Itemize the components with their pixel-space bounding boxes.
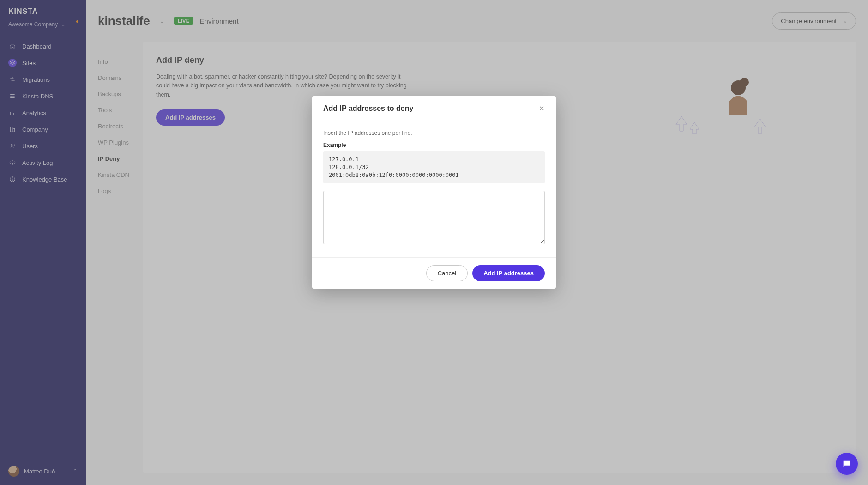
chat-icon	[842, 459, 852, 469]
modal-title: Add IP addresses to deny	[323, 104, 413, 113]
close-icon[interactable]: ✕	[539, 104, 545, 113]
ip-textarea[interactable]	[323, 191, 545, 244]
example-label: Example	[323, 142, 545, 148]
add-ip-modal: Add IP addresses to deny ✕ Insert the IP…	[312, 96, 556, 289]
modal-backdrop[interactable]: Add IP addresses to deny ✕ Insert the IP…	[0, 0, 868, 485]
confirm-add-ip-button[interactable]: Add IP addresses	[472, 265, 545, 281]
example-box: 127.0.0.1 128.0.0.1/32 2001:0db8:0a0b:12…	[323, 151, 545, 183]
modal-hint: Insert the IP addresses one per line.	[323, 130, 545, 136]
chat-launcher[interactable]	[836, 453, 858, 475]
cancel-button[interactable]: Cancel	[426, 265, 468, 281]
